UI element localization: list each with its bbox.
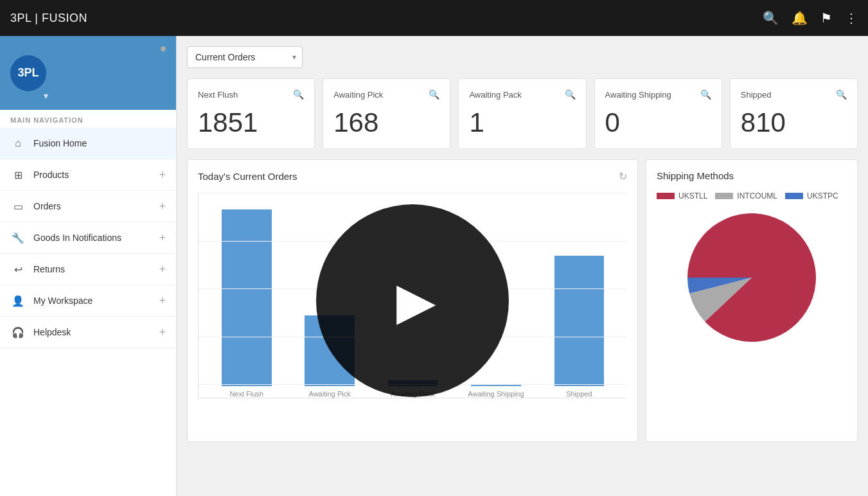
orders-expand-icon[interactable]: +	[159, 200, 166, 213]
profile-chevron-icon[interactable]: ▾	[44, 91, 48, 101]
orders-dropdown-wrapper: Current Orders Past Orders Future Orders…	[187, 46, 303, 68]
sidebar-label-goods-in: Goods In Notifications	[33, 233, 159, 243]
workspace-expand-icon[interactable]: +	[159, 294, 166, 308]
returns-expand-icon[interactable]: +	[159, 263, 166, 276]
stat-card-title-next-flush: Next Flush	[198, 90, 238, 100]
stat-card-shipped: Shipped 🔍 810	[730, 78, 858, 149]
dropdown-bar: Current Orders Past Orders Future Orders…	[187, 46, 858, 68]
stat-card-title-awaiting-shipping: Awaiting Shipping	[605, 90, 671, 100]
bar	[554, 256, 605, 386]
bar-group: Next Flush	[205, 209, 288, 398]
stat-card-awaiting-shipping: Awaiting Shipping 🔍 0	[594, 78, 722, 149]
stat-card-title-shipped: Shipped	[741, 90, 772, 100]
sidebar-item-helpdesk[interactable]: 🎧 Helpdesk +	[0, 317, 176, 348]
orders-dropdown[interactable]: Current Orders Past Orders Future Orders	[187, 46, 303, 68]
main-layout: 3PL ▾ MAIN NAVIGATION ⌂ Fusion Home ⊞ Pr…	[0, 36, 868, 496]
wrench-icon: 🔧	[10, 230, 26, 245]
legend-color-swatch	[715, 193, 733, 199]
chart-panel-header: Today's Current Orders ↻	[198, 170, 627, 182]
pie-legend: UKSTLLINTCOUMLUKSTPC	[657, 191, 847, 200]
bar	[471, 384, 521, 386]
stat-cards: Next Flush 🔍 1851 Awaiting Pick 🔍 168 Aw…	[187, 78, 858, 149]
home-icon: ⌂	[10, 136, 26, 151]
products-expand-icon[interactable]: +	[159, 168, 166, 182]
stat-card-awaiting-pick: Awaiting Pick 🔍 168	[323, 78, 450, 149]
person-icon: 👤	[10, 293, 26, 308]
sidebar-item-workspace[interactable]: 👤 My Workspace +	[0, 285, 176, 317]
chart-panel: Today's Current Orders ↻ ▶	[187, 159, 638, 442]
stat-card-header-next-flush: Next Flush 🔍	[198, 89, 304, 100]
grid-line	[199, 193, 627, 193]
more-icon[interactable]: ⋮	[845, 10, 858, 26]
sidebar-label-workspace: My Workspace	[33, 296, 159, 306]
sidebar-item-products[interactable]: ⊞ Products +	[0, 159, 176, 191]
refresh-icon[interactable]: ↻	[619, 170, 627, 182]
profile-dot	[161, 46, 166, 51]
bar	[222, 209, 272, 387]
stat-search-icon-awaiting-pick[interactable]: 🔍	[429, 89, 439, 100]
sidebar-label-helpdesk: Helpdesk	[33, 327, 159, 337]
sidebar-label-fusion-home: Fusion Home	[33, 138, 166, 148]
sidebar-item-orders[interactable]: ▭ Orders +	[0, 191, 176, 222]
sidebar-label-products: Products	[33, 170, 159, 180]
stat-card-header-awaiting-pick: Awaiting Pick 🔍	[333, 89, 439, 100]
goods-in-expand-icon[interactable]: +	[159, 231, 166, 245]
sidebar-profile: 3PL ▾	[0, 36, 176, 110]
play-icon: ▶	[396, 271, 436, 331]
sidebar-item-goods-in[interactable]: 🔧 Goods In Notifications +	[0, 222, 176, 254]
stat-value-shipped: 810	[741, 107, 847, 138]
stat-value-awaiting-shipping: 0	[605, 107, 711, 138]
orders-icon: ▭	[10, 199, 26, 214]
video-overlay[interactable]: ▶	[316, 204, 509, 397]
content-area: Current Orders Past Orders Future Orders…	[177, 36, 868, 496]
sidebar-label-orders: Orders	[33, 201, 159, 211]
avatar: 3PL	[10, 55, 46, 91]
returns-icon: ↩	[10, 261, 26, 277]
pie-title: Shipping Methods	[657, 170, 734, 181]
sidebar: 3PL ▾ MAIN NAVIGATION ⌂ Fusion Home ⊞ Pr…	[0, 36, 177, 496]
stat-search-icon-awaiting-pack[interactable]: 🔍	[565, 89, 576, 100]
stat-card-title-awaiting-pack: Awaiting Pack	[469, 90, 521, 100]
stat-value-next-flush: 1851	[198, 107, 304, 138]
stat-card-next-flush: Next Flush 🔍 1851	[187, 78, 315, 149]
stat-card-header-awaiting-shipping: Awaiting Shipping 🔍	[605, 89, 711, 100]
bar-group: Awaiting Shipping	[454, 384, 537, 398]
pie-panel-header: Shipping Methods	[657, 170, 847, 181]
legend-label: UKSTPC	[807, 191, 838, 200]
sidebar-item-returns[interactable]: ↩ Returns +	[0, 254, 176, 285]
top-bar-icons: 🔍 🔔 ⚑ ⋮	[763, 10, 858, 26]
legend-label: INTCOUML	[737, 191, 777, 200]
bar-label: Awaiting Pick	[309, 390, 351, 398]
stat-card-header-awaiting-pack: Awaiting Pack 🔍	[469, 89, 575, 100]
stat-value-awaiting-pack: 1	[469, 107, 575, 138]
bar-label: Awaiting Shipping	[468, 390, 524, 398]
stat-card-awaiting-pack: Awaiting Pack 🔍 1	[458, 78, 586, 149]
legend-item: UKSTLL	[657, 191, 707, 200]
bell-icon[interactable]: 🔔	[792, 10, 808, 26]
flag-icon[interactable]: ⚑	[820, 10, 832, 26]
search-icon[interactable]: 🔍	[763, 10, 779, 26]
sidebar-label-returns: Returns	[33, 264, 159, 274]
legend-label: UKSTLL	[678, 191, 707, 200]
stat-search-icon-next-flush[interactable]: 🔍	[293, 89, 304, 100]
bar-group: Shipped	[538, 256, 621, 398]
stat-card-title-awaiting-pick: Awaiting Pick	[333, 90, 383, 100]
legend-item: INTCOUML	[715, 191, 777, 200]
stat-search-icon-shipped[interactable]: 🔍	[836, 89, 847, 100]
stat-value-awaiting-pick: 168	[333, 107, 439, 138]
stat-card-header-shipped: Shipped 🔍	[741, 89, 847, 100]
bottom-panels: Today's Current Orders ↻ ▶	[187, 159, 858, 442]
legend-color-swatch	[785, 193, 803, 199]
sidebar-item-fusion-home[interactable]: ⌂ Fusion Home	[0, 128, 176, 159]
legend-color-swatch	[657, 193, 675, 199]
grid-icon: ⊞	[10, 167, 26, 182]
pie-panel: Shipping Methods UKSTLLINTCOUMLUKSTPC	[646, 159, 858, 442]
nav-label: MAIN NAVIGATION	[0, 110, 176, 128]
pie-chart-svg	[687, 213, 816, 342]
bar-label: Next Flush	[229, 390, 263, 398]
chart-title: Today's Current Orders	[198, 171, 297, 182]
helpdesk-expand-icon[interactable]: +	[159, 326, 166, 339]
pie-chart-container	[657, 213, 847, 342]
stat-search-icon-awaiting-shipping[interactable]: 🔍	[700, 89, 711, 100]
legend-item: UKSTPC	[785, 191, 838, 200]
